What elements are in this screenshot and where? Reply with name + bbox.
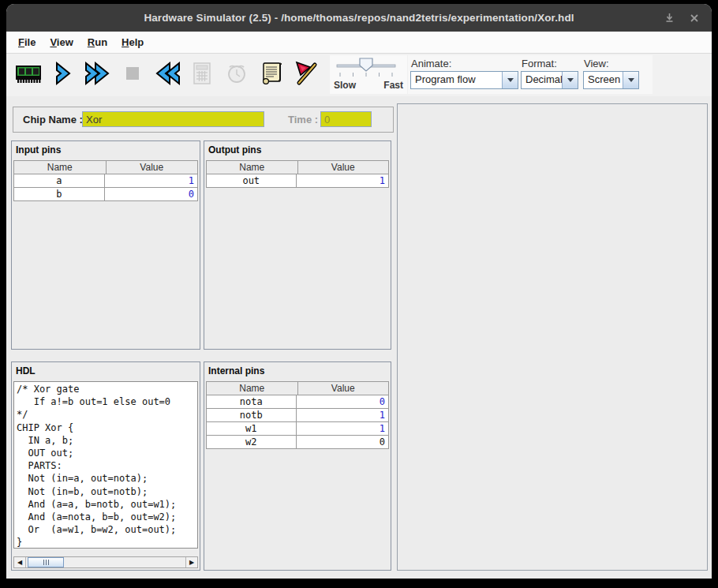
scrollbar-track[interactable]	[26, 557, 185, 567]
output-pins-title: Output pins	[204, 141, 391, 159]
calculator-button	[185, 56, 219, 91]
chevron-down-icon	[567, 78, 574, 85]
column-header-name: Name	[14, 161, 106, 174]
close-button[interactable]	[688, 12, 701, 24]
pin-row-b: b0	[13, 188, 198, 201]
format-value: Decimal	[522, 72, 562, 88]
pin-row-a: a1	[13, 174, 198, 188]
pin-row-nota: nota0	[206, 395, 389, 409]
pin-value[interactable]: 0	[104, 188, 198, 200]
speed-slider-labels: Slow Fast	[330, 80, 407, 91]
chip-view-panel	[397, 103, 708, 571]
single-step-icon	[48, 58, 78, 88]
pin-value[interactable]: 1	[296, 409, 389, 421]
time-label: Time :	[288, 107, 318, 132]
view-value: Screen	[584, 72, 623, 88]
menu-help[interactable]: Help	[114, 33, 151, 51]
title-bar: Hardware Simulator (2.5) - /home/thomas/…	[6, 4, 712, 32]
chevron-down-icon	[628, 78, 634, 85]
toolbar-buttons	[11, 56, 323, 91]
toolbar: Slow Fast Animate: Program flow Format: …	[6, 54, 712, 97]
scroll-right-button[interactable]: ▶	[185, 557, 197, 567]
pin-value[interactable]: 1	[296, 422, 389, 435]
pin-name: notb	[207, 409, 296, 421]
main-content: Chip Name : Xor Time : 0 Input pins Name…	[6, 96, 712, 579]
time-value: 0	[324, 114, 330, 125]
hdl-title: HDL	[12, 362, 200, 380]
format-dropdown-button[interactable]	[562, 72, 578, 88]
fast-forward-icon	[82, 58, 114, 88]
animate-label: Animate:	[411, 58, 518, 69]
stop-icon	[118, 58, 148, 88]
input-pins-table: Name Value a1b0	[13, 160, 198, 201]
column-header-name: Name	[207, 382, 297, 395]
scroll-left-button[interactable]: ◀	[14, 557, 26, 567]
app-window: Hardware Simulator (2.5) - /home/thomas/…	[6, 4, 712, 579]
pin-row-w2: w20	[206, 436, 389, 449]
chevron-down-icon	[507, 78, 514, 85]
menu-bar: File View Run Help	[6, 32, 712, 54]
clock-icon	[222, 58, 252, 88]
stop-button	[115, 56, 150, 91]
single-step-button[interactable]	[46, 56, 80, 91]
time-field: 0	[320, 111, 372, 127]
script-scroll-icon	[256, 58, 286, 88]
window-controls	[663, 4, 701, 32]
chip-name-field: Xor	[82, 111, 264, 127]
pin-value[interactable]: 0	[296, 395, 389, 408]
pin-name: nota	[207, 395, 296, 408]
input-pins-panel: Input pins Name Value a1b0	[11, 140, 200, 350]
column-header-value: Value	[106, 161, 198, 174]
speed-slider-thumb[interactable]	[360, 58, 372, 71]
pin-row-out: out1	[206, 174, 389, 188]
reset-button[interactable]	[150, 56, 185, 91]
breakpoints-button[interactable]	[289, 56, 323, 91]
chip-name-bar: Chip Name : Xor Time : 0	[13, 107, 394, 133]
column-header-name: Name	[207, 161, 297, 174]
menu-view[interactable]: View	[43, 33, 80, 51]
hdl-code-area: /* Xor gate If a!=b out=1 else out=0 */ …	[13, 381, 198, 549]
run-button[interactable]	[80, 56, 115, 91]
animate-dropdown-button[interactable]	[502, 72, 518, 88]
view-dropdown-button[interactable]	[623, 72, 638, 88]
output-pins-panel: Output pins Name Value out1	[204, 140, 391, 350]
view-select[interactable]: Screen	[583, 71, 639, 89]
view-script-button[interactable]	[254, 56, 289, 91]
menu-run[interactable]: Run	[80, 33, 114, 51]
format-select[interactable]: Decimal	[521, 71, 578, 89]
table-header: Name Value	[206, 160, 389, 174]
close-icon	[690, 13, 699, 23]
scrollbar-thumb[interactable]	[28, 557, 64, 567]
table-header: Name Value	[13, 160, 198, 174]
chip-name-value: Xor	[86, 114, 102, 125]
grip-icon	[43, 560, 49, 565]
internal-pins-title: Internal pins	[204, 362, 391, 380]
pin-value[interactable]: 1	[104, 174, 198, 187]
minimize-button[interactable]	[663, 12, 675, 24]
window-title: Hardware Simulator (2.5) - /home/thomas/…	[144, 12, 574, 24]
chip-name-label: Chip Name :	[23, 107, 83, 132]
internal-pins-panel: Internal pins Name Value nota0notb1w11w2…	[204, 361, 391, 571]
slow-label: Slow	[334, 80, 356, 91]
animate-select[interactable]: Program flow	[410, 71, 518, 89]
flag-icon	[291, 58, 321, 88]
pin-name: w2	[207, 436, 296, 448]
animate-value: Program flow	[411, 72, 502, 88]
pin-row-w1: w11	[206, 422, 389, 436]
memory-chip-icon	[13, 58, 44, 88]
clock-button	[219, 56, 254, 91]
pin-name: out	[207, 174, 296, 187]
view-label: View:	[584, 58, 639, 69]
animate-group: Animate: Program flow	[410, 58, 518, 89]
column-header-value: Value	[297, 382, 389, 395]
pin-value[interactable]: 1	[296, 174, 389, 187]
load-chip-button[interactable]	[11, 56, 46, 91]
pin-value[interactable]: 0	[296, 436, 389, 448]
table-header: Name Value	[206, 381, 389, 395]
pin-name: w1	[207, 422, 296, 435]
input-pins-title: Input pins	[12, 141, 200, 159]
view-group: View: Screen	[583, 58, 639, 89]
speed-slider[interactable]	[330, 55, 406, 79]
hdl-horizontal-scrollbar[interactable]: ◀ ▶	[13, 556, 198, 568]
menu-file[interactable]: File	[11, 33, 43, 51]
